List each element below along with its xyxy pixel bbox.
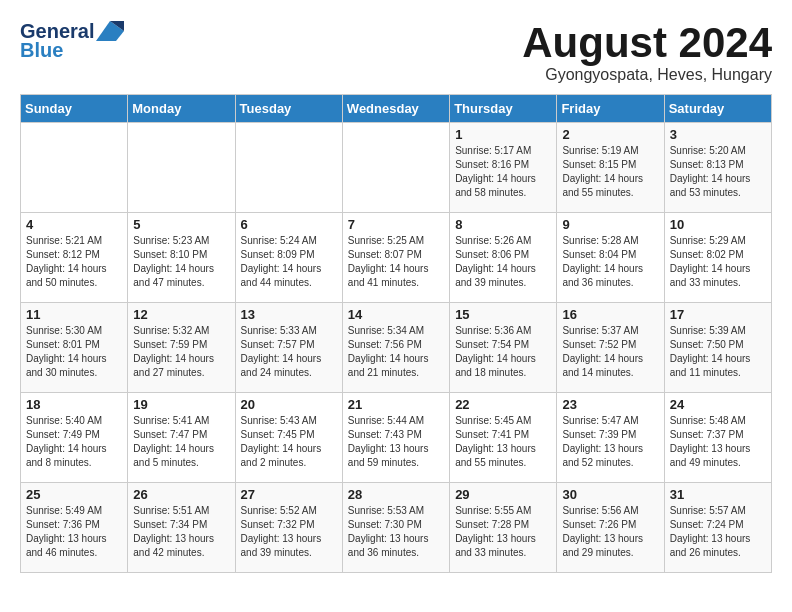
calendar-week-row: 1Sunrise: 5:17 AM Sunset: 8:16 PM Daylig… xyxy=(21,123,772,213)
day-number: 13 xyxy=(241,307,337,322)
weekday-header-cell: Friday xyxy=(557,95,664,123)
location: Gyongyospata, Heves, Hungary xyxy=(522,66,772,84)
calendar-cell xyxy=(21,123,128,213)
calendar-cell: 1Sunrise: 5:17 AM Sunset: 8:16 PM Daylig… xyxy=(450,123,557,213)
day-number: 6 xyxy=(241,217,337,232)
calendar-cell: 25Sunrise: 5:49 AM Sunset: 7:36 PM Dayli… xyxy=(21,483,128,573)
month-title: August 2024 xyxy=(522,20,772,66)
day-number: 24 xyxy=(670,397,766,412)
day-number: 10 xyxy=(670,217,766,232)
day-info: Sunrise: 5:37 AM Sunset: 7:52 PM Dayligh… xyxy=(562,324,658,380)
day-info: Sunrise: 5:43 AM Sunset: 7:45 PM Dayligh… xyxy=(241,414,337,470)
calendar-cell: 29Sunrise: 5:55 AM Sunset: 7:28 PM Dayli… xyxy=(450,483,557,573)
calendar-cell: 14Sunrise: 5:34 AM Sunset: 7:56 PM Dayli… xyxy=(342,303,449,393)
day-number: 25 xyxy=(26,487,122,502)
day-number: 12 xyxy=(133,307,229,322)
calendar-cell: 26Sunrise: 5:51 AM Sunset: 7:34 PM Dayli… xyxy=(128,483,235,573)
weekday-header-row: SundayMondayTuesdayWednesdayThursdayFrid… xyxy=(21,95,772,123)
weekday-header-cell: Thursday xyxy=(450,95,557,123)
day-number: 30 xyxy=(562,487,658,502)
calendar-cell xyxy=(128,123,235,213)
calendar-cell: 24Sunrise: 5:48 AM Sunset: 7:37 PM Dayli… xyxy=(664,393,771,483)
day-number: 28 xyxy=(348,487,444,502)
day-info: Sunrise: 5:32 AM Sunset: 7:59 PM Dayligh… xyxy=(133,324,229,380)
logo-blue-text: Blue xyxy=(20,39,63,62)
day-info: Sunrise: 5:51 AM Sunset: 7:34 PM Dayligh… xyxy=(133,504,229,560)
day-info: Sunrise: 5:53 AM Sunset: 7:30 PM Dayligh… xyxy=(348,504,444,560)
calendar-cell: 5Sunrise: 5:23 AM Sunset: 8:10 PM Daylig… xyxy=(128,213,235,303)
day-number: 18 xyxy=(26,397,122,412)
calendar-cell: 21Sunrise: 5:44 AM Sunset: 7:43 PM Dayli… xyxy=(342,393,449,483)
day-number: 11 xyxy=(26,307,122,322)
day-info: Sunrise: 5:34 AM Sunset: 7:56 PM Dayligh… xyxy=(348,324,444,380)
day-info: Sunrise: 5:25 AM Sunset: 8:07 PM Dayligh… xyxy=(348,234,444,290)
day-info: Sunrise: 5:55 AM Sunset: 7:28 PM Dayligh… xyxy=(455,504,551,560)
calendar-cell: 7Sunrise: 5:25 AM Sunset: 8:07 PM Daylig… xyxy=(342,213,449,303)
weekday-header-cell: Monday xyxy=(128,95,235,123)
day-number: 16 xyxy=(562,307,658,322)
logo: General Blue xyxy=(20,20,124,62)
day-number: 22 xyxy=(455,397,551,412)
day-info: Sunrise: 5:52 AM Sunset: 7:32 PM Dayligh… xyxy=(241,504,337,560)
day-info: Sunrise: 5:39 AM Sunset: 7:50 PM Dayligh… xyxy=(670,324,766,380)
day-number: 26 xyxy=(133,487,229,502)
calendar-week-row: 4Sunrise: 5:21 AM Sunset: 8:12 PM Daylig… xyxy=(21,213,772,303)
weekday-header-cell: Tuesday xyxy=(235,95,342,123)
day-info: Sunrise: 5:45 AM Sunset: 7:41 PM Dayligh… xyxy=(455,414,551,470)
page-header: General Blue August 2024 Gyongyospata, H… xyxy=(20,20,772,84)
day-number: 21 xyxy=(348,397,444,412)
day-number: 1 xyxy=(455,127,551,142)
calendar-cell: 22Sunrise: 5:45 AM Sunset: 7:41 PM Dayli… xyxy=(450,393,557,483)
calendar-cell: 8Sunrise: 5:26 AM Sunset: 8:06 PM Daylig… xyxy=(450,213,557,303)
title-block: August 2024 Gyongyospata, Heves, Hungary xyxy=(522,20,772,84)
day-number: 17 xyxy=(670,307,766,322)
calendar-week-row: 11Sunrise: 5:30 AM Sunset: 8:01 PM Dayli… xyxy=(21,303,772,393)
day-number: 7 xyxy=(348,217,444,232)
weekday-header-cell: Wednesday xyxy=(342,95,449,123)
day-number: 20 xyxy=(241,397,337,412)
calendar-cell xyxy=(342,123,449,213)
calendar-cell: 15Sunrise: 5:36 AM Sunset: 7:54 PM Dayli… xyxy=(450,303,557,393)
calendar-cell: 19Sunrise: 5:41 AM Sunset: 7:47 PM Dayli… xyxy=(128,393,235,483)
day-info: Sunrise: 5:36 AM Sunset: 7:54 PM Dayligh… xyxy=(455,324,551,380)
calendar-cell: 17Sunrise: 5:39 AM Sunset: 7:50 PM Dayli… xyxy=(664,303,771,393)
day-number: 19 xyxy=(133,397,229,412)
day-number: 23 xyxy=(562,397,658,412)
day-info: Sunrise: 5:30 AM Sunset: 8:01 PM Dayligh… xyxy=(26,324,122,380)
calendar-cell: 23Sunrise: 5:47 AM Sunset: 7:39 PM Dayli… xyxy=(557,393,664,483)
day-info: Sunrise: 5:21 AM Sunset: 8:12 PM Dayligh… xyxy=(26,234,122,290)
day-number: 31 xyxy=(670,487,766,502)
calendar-cell: 3Sunrise: 5:20 AM Sunset: 8:13 PM Daylig… xyxy=(664,123,771,213)
calendar-cell: 18Sunrise: 5:40 AM Sunset: 7:49 PM Dayli… xyxy=(21,393,128,483)
calendar-week-row: 25Sunrise: 5:49 AM Sunset: 7:36 PM Dayli… xyxy=(21,483,772,573)
day-info: Sunrise: 5:48 AM Sunset: 7:37 PM Dayligh… xyxy=(670,414,766,470)
day-info: Sunrise: 5:20 AM Sunset: 8:13 PM Dayligh… xyxy=(670,144,766,200)
day-info: Sunrise: 5:40 AM Sunset: 7:49 PM Dayligh… xyxy=(26,414,122,470)
day-info: Sunrise: 5:56 AM Sunset: 7:26 PM Dayligh… xyxy=(562,504,658,560)
day-info: Sunrise: 5:57 AM Sunset: 7:24 PM Dayligh… xyxy=(670,504,766,560)
day-number: 29 xyxy=(455,487,551,502)
calendar-cell: 4Sunrise: 5:21 AM Sunset: 8:12 PM Daylig… xyxy=(21,213,128,303)
day-info: Sunrise: 5:44 AM Sunset: 7:43 PM Dayligh… xyxy=(348,414,444,470)
calendar-cell: 11Sunrise: 5:30 AM Sunset: 8:01 PM Dayli… xyxy=(21,303,128,393)
logo-icon xyxy=(96,21,124,41)
calendar-week-row: 18Sunrise: 5:40 AM Sunset: 7:49 PM Dayli… xyxy=(21,393,772,483)
calendar-cell: 16Sunrise: 5:37 AM Sunset: 7:52 PM Dayli… xyxy=(557,303,664,393)
calendar-cell: 6Sunrise: 5:24 AM Sunset: 8:09 PM Daylig… xyxy=(235,213,342,303)
day-number: 14 xyxy=(348,307,444,322)
day-number: 27 xyxy=(241,487,337,502)
day-info: Sunrise: 5:19 AM Sunset: 8:15 PM Dayligh… xyxy=(562,144,658,200)
day-number: 9 xyxy=(562,217,658,232)
day-info: Sunrise: 5:47 AM Sunset: 7:39 PM Dayligh… xyxy=(562,414,658,470)
calendar-cell: 12Sunrise: 5:32 AM Sunset: 7:59 PM Dayli… xyxy=(128,303,235,393)
day-number: 3 xyxy=(670,127,766,142)
day-info: Sunrise: 5:41 AM Sunset: 7:47 PM Dayligh… xyxy=(133,414,229,470)
calendar-cell: 9Sunrise: 5:28 AM Sunset: 8:04 PM Daylig… xyxy=(557,213,664,303)
day-info: Sunrise: 5:17 AM Sunset: 8:16 PM Dayligh… xyxy=(455,144,551,200)
calendar-cell: 2Sunrise: 5:19 AM Sunset: 8:15 PM Daylig… xyxy=(557,123,664,213)
weekday-header-cell: Saturday xyxy=(664,95,771,123)
day-info: Sunrise: 5:28 AM Sunset: 8:04 PM Dayligh… xyxy=(562,234,658,290)
calendar-cell: 13Sunrise: 5:33 AM Sunset: 7:57 PM Dayli… xyxy=(235,303,342,393)
calendar-table: SundayMondayTuesdayWednesdayThursdayFrid… xyxy=(20,94,772,573)
calendar-body: 1Sunrise: 5:17 AM Sunset: 8:16 PM Daylig… xyxy=(21,123,772,573)
